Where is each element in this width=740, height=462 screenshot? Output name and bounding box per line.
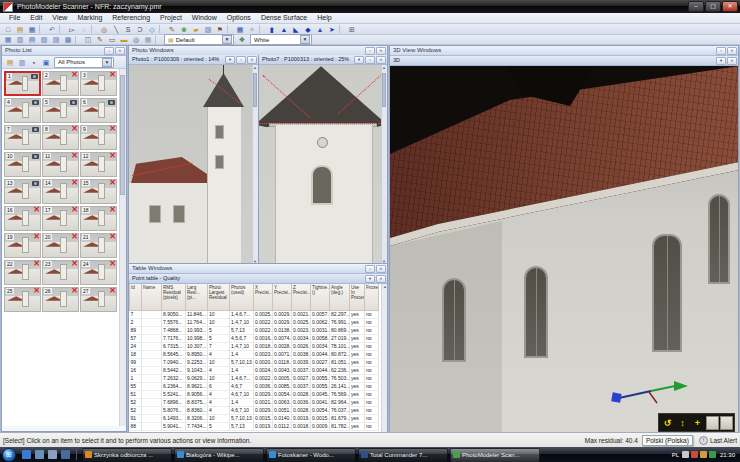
tile-windows-icon[interactable]: ▧ <box>38 34 50 45</box>
tray-icon[interactable] <box>700 451 707 458</box>
toolbar-separator[interactable] <box>39 24 45 34</box>
photo-thumbnail[interactable]: 11 ✕ <box>42 152 79 177</box>
nav-mode-button[interactable] <box>720 416 733 430</box>
tray-clock[interactable]: 21:30 <box>720 452 735 458</box>
open-project-icon[interactable]: ▤ <box>14 24 26 35</box>
title-bar[interactable]: PhotoModeler Scanner - NFR: zaczynamy.pm… <box>0 0 740 13</box>
highlight-icon[interactable]: ▬ <box>118 34 130 45</box>
table-row[interactable]: 515.5241... 8.9056...44,6,7,10 0.0029...… <box>130 391 379 399</box>
table-row[interactable]: 78.9050... 11.846...101,4,6,7... 0.0025.… <box>130 311 379 319</box>
light-icon[interactable]: ✧ <box>246 24 258 35</box>
close-windows-icon[interactable]: ▩ <box>62 34 74 45</box>
photo-thumbnail[interactable]: 17 ✕ <box>42 206 79 231</box>
close-child-icon[interactable]: ✕ <box>247 56 257 64</box>
column-header[interactable]: Use In Proces... <box>350 284 365 311</box>
quick-launch-icon[interactable] <box>61 450 70 459</box>
curve-mode-icon[interactable]: S <box>122 24 134 35</box>
menu-item[interactable]: Marking <box>72 13 107 23</box>
photo-window-icon[interactable]: ▦ <box>2 34 14 45</box>
surface-block-icon[interactable]: ▮ <box>266 24 278 35</box>
surface-diamond-icon[interactable]: ◆ <box>302 24 314 35</box>
grid-icon[interactable]: ▦ <box>142 34 154 45</box>
toolbar-separator[interactable] <box>59 24 65 34</box>
toolbar-separator[interactable] <box>227 24 233 34</box>
maximize-button[interactable]: ▢ <box>705 1 721 12</box>
marker-icon[interactable]: ⚑ <box>214 24 226 35</box>
alert-icon[interactable]: ! <box>699 436 708 445</box>
last-alert-label[interactable]: Last Alert <box>710 437 737 444</box>
photo-thumbnail[interactable]: 4 <box>4 98 41 123</box>
column-header[interactable]: Tightne... () <box>311 284 330 311</box>
taskbar-button[interactable]: Skrzynka odbiorcza ... <box>82 448 172 462</box>
restore-panel-icon[interactable]: ▫ <box>716 47 726 55</box>
quick-launch-icon[interactable] <box>48 450 57 459</box>
3d-window-icon[interactable]: ▤ <box>26 34 38 45</box>
close-panel-icon[interactable]: ✕ <box>376 265 386 273</box>
mark-points-icon[interactable]: ◎ <box>98 24 110 35</box>
chevron-down-icon[interactable]: ▼ <box>365 275 375 283</box>
edit-style-icon[interactable]: ✎ <box>94 34 106 45</box>
table-vertical-scrollbar[interactable]: ▲ <box>381 284 387 432</box>
close-panel-icon[interactable]: ✕ <box>727 47 737 55</box>
select-mode-icon[interactable]: ▻ <box>66 24 78 35</box>
photo-thumbnail[interactable]: 10 <box>4 152 41 177</box>
tray-language[interactable]: PL <box>672 452 679 458</box>
surface-arrow-icon[interactable]: ➤ <box>326 24 338 35</box>
photo-thumbnail[interactable]: 9 ✕ <box>80 125 117 150</box>
photo-sets-icon[interactable]: ▥ <box>16 57 28 68</box>
background-color-combo[interactable]: White ▼ <box>250 34 312 45</box>
table-row[interactable]: 556.2364... 8.9621...64,6,7 0.0036...0.0… <box>130 383 379 391</box>
column-header[interactable]: Photos (used) <box>230 284 254 311</box>
region-select-icon[interactable]: ◌ <box>78 24 90 35</box>
column-header[interactable]: Name <box>142 284 162 311</box>
menu-item[interactable]: Window <box>187 13 222 23</box>
toolbar-separator[interactable] <box>75 35 81 45</box>
start-button[interactable]: ⊞ <box>2 448 16 462</box>
toolbar-separator[interactable] <box>159 24 165 34</box>
table-row[interactable]: 885.9041... 7.7434...55,7,13 0.0019...0.… <box>130 423 379 431</box>
column-header[interactable]: Z Precisi... <box>292 284 311 311</box>
toolbar-separator[interactable] <box>259 24 265 34</box>
table-row[interactable]: 577.7176... 10.998...54,5,6,7 0.0016...0… <box>130 335 379 343</box>
scrollbar-thumb[interactable] <box>120 75 125 195</box>
table-row[interactable]: 997.0940... 9.2253...105,7,10,13 0.0020.… <box>130 359 379 367</box>
photo-thumbnail[interactable]: 1 <box>4 71 41 96</box>
chevron-down-icon[interactable]: ▼ <box>102 58 112 67</box>
chevron-down-icon[interactable]: ▼ <box>354 56 364 64</box>
menu-item[interactable]: Dense Surface <box>256 13 312 23</box>
smartmatch-icon[interactable]: ❀ <box>178 24 190 35</box>
undo-icon[interactable]: ↶ <box>46 24 58 35</box>
column-header[interactable]: Angle (deg.) <box>330 284 350 311</box>
photo-thumbnail[interactable]: 3 ✕ <box>80 71 117 96</box>
zoom-view-icon[interactable]: ↕ <box>675 417 690 429</box>
window-grid-icon[interactable]: ⊞ <box>346 24 358 35</box>
photo-filter-combo[interactable]: All Photos ▼ <box>54 57 114 68</box>
photo-list-scrollbar[interactable] <box>119 69 126 426</box>
column-header[interactable]: Photo Largest Residual <box>208 284 230 311</box>
photo-thumbnail[interactable]: 6 <box>80 98 117 123</box>
photo-thumbnail[interactable]: 5 <box>42 98 79 123</box>
close-button[interactable]: ✕ <box>722 1 738 12</box>
chevron-down-icon[interactable]: ▼ <box>225 56 235 64</box>
toolbar-separator[interactable] <box>155 35 161 45</box>
close-child-icon[interactable]: ✕ <box>727 57 737 65</box>
photo-window-1-titlebar[interactable]: Photo1 : P1000309 : oriented : 14% ▼ ▫ ✕ <box>129 55 258 65</box>
3d-view-header[interactable]: 3D View Windows ▫ ✕ <box>390 46 738 56</box>
point-table-titlebar[interactable]: Point table - Quality ▼ ✕ <box>129 274 387 284</box>
table-window-icon[interactable]: ▥ <box>14 34 26 45</box>
toolbar-separator[interactable] <box>339 24 345 34</box>
photo-thumbnail[interactable]: 15 ✕ <box>80 179 117 204</box>
tray-icon[interactable] <box>691 451 698 458</box>
line-mode-icon[interactable]: ╲ <box>110 24 122 35</box>
shape-mode-icon[interactable]: ◇ <box>146 24 158 35</box>
photo-thumbnail[interactable]: 8 ✕ <box>42 125 79 150</box>
surface-cone-icon[interactable]: ▲ <box>314 24 326 35</box>
photo-1-scrollbar[interactable]: ▲ ▼ <box>252 65 258 264</box>
photo-thumbnail[interactable]: 2 ✕ <box>42 71 79 96</box>
visibility-icon[interactable]: ◫ <box>82 34 94 45</box>
chevron-down-icon[interactable]: ▼ <box>716 57 726 65</box>
rotate-view-icon[interactable]: ↺ <box>660 417 675 429</box>
tray-icon[interactable] <box>709 451 716 458</box>
maximize-child-icon[interactable]: ▫ <box>236 56 246 64</box>
menu-item[interactable]: Help <box>312 13 336 23</box>
